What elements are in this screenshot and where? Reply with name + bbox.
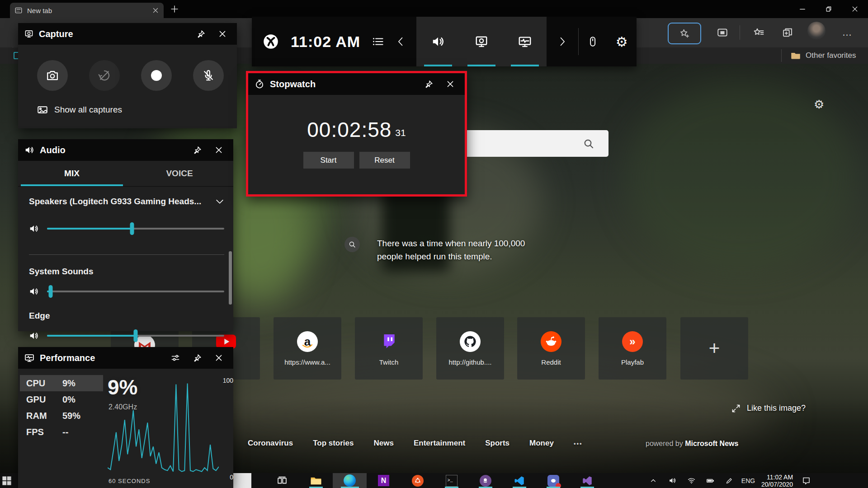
- edge-browser-icon[interactable]: [333, 473, 367, 488]
- scrollbar[interactable]: [229, 251, 232, 305]
- slider-track[interactable]: [47, 291, 224, 292]
- profile-avatar[interactable]: [807, 22, 826, 40]
- browser-tab[interactable]: New tab: [10, 3, 164, 18]
- pin-icon[interactable]: [189, 350, 205, 366]
- axis-min-label: 0: [230, 474, 233, 481]
- screenshot-button[interactable]: [37, 60, 68, 91]
- news-item-entertainment[interactable]: Entertainment: [414, 439, 465, 448]
- xbox-logo-icon[interactable]: [263, 33, 279, 50]
- microsoft-news-link[interactable]: Microsoft News: [685, 440, 738, 447]
- cpu-big-value: 9%: [108, 375, 137, 399]
- image-info-bubble[interactable]: [344, 237, 360, 252]
- tray-speaker-icon[interactable]: [663, 473, 682, 488]
- record-last-30s-button-disabled[interactable]: [89, 60, 120, 91]
- other-favorites-button[interactable]: Other favorites: [790, 50, 856, 61]
- capture-widget-button[interactable]: [460, 17, 503, 66]
- add-quick-link-tile[interactable]: +: [680, 317, 748, 380]
- device-row-header[interactable]: Speakers (Logitech G933 Gaming Heads...: [29, 197, 224, 206]
- tray-network-icon[interactable]: [682, 473, 701, 488]
- file-explorer-icon[interactable]: [299, 473, 333, 488]
- start-button[interactable]: Start: [303, 152, 354, 169]
- tray-chevron-up-icon[interactable]: [644, 473, 663, 488]
- stat-row-ram[interactable]: RAM 59%: [20, 408, 103, 424]
- add-favorite-button[interactable]: [668, 23, 701, 44]
- discord-icon[interactable]: [536, 473, 570, 488]
- tab-voice[interactable]: VOICE: [126, 161, 233, 186]
- minimize-button[interactable]: [789, 0, 816, 18]
- favorites-button[interactable]: [750, 23, 768, 42]
- ubuntu-icon[interactable]: [401, 473, 434, 488]
- show-all-captures-button[interactable]: Show all captures: [37, 104, 237, 115]
- news-item-news[interactable]: News: [374, 439, 394, 448]
- page-settings-gear-icon[interactable]: ⚙: [814, 98, 824, 111]
- visual-studio-icon[interactable]: [570, 473, 604, 488]
- task-view-button[interactable]: [265, 473, 299, 488]
- close-window-button[interactable]: [842, 0, 868, 18]
- close-icon[interactable]: [442, 76, 458, 92]
- new-tab-button[interactable]: [170, 5, 179, 14]
- news-more-button[interactable]: •••: [574, 440, 583, 447]
- gamebar-settings-gear-icon[interactable]: ⚙: [607, 17, 637, 66]
- volume-slider-edge[interactable]: [29, 331, 224, 341]
- slider-track[interactable]: [47, 335, 224, 337]
- widget-menu-icon[interactable]: [372, 36, 384, 47]
- stopwatch-titlebar: Stopwatch: [248, 73, 465, 95]
- browser-menu-button[interactable]: …: [838, 23, 856, 42]
- chevron-left-icon[interactable]: [396, 37, 406, 47]
- slider-fill: [47, 335, 136, 337]
- close-icon[interactable]: [214, 26, 231, 42]
- tab-close-icon[interactable]: [152, 7, 159, 14]
- tray-battery-icon[interactable]: [701, 473, 720, 488]
- mic-toggle-button[interactable]: [193, 60, 224, 91]
- news-item-top-stories[interactable]: Top stories: [313, 439, 354, 448]
- stat-row-gpu[interactable]: GPU 0%: [20, 391, 103, 408]
- quick-link-playfab[interactable]: » Playfab: [599, 317, 666, 380]
- news-item-coronavirus[interactable]: Coronavirus: [248, 439, 293, 448]
- terminal-icon[interactable]: >_: [434, 473, 468, 488]
- quick-link-reddit[interactable]: Reddit: [517, 317, 585, 380]
- collections-button[interactable]: [778, 23, 797, 42]
- slider-handle[interactable]: [130, 222, 134, 235]
- performance-widget-button[interactable]: [503, 17, 547, 66]
- start-recording-button[interactable]: [141, 60, 172, 91]
- slider-handle[interactable]: [48, 285, 52, 298]
- mouse-click-through-button[interactable]: [579, 17, 607, 66]
- start-button[interactable]: [2, 476, 12, 486]
- quick-link-amazon[interactable]: a https://www.a...: [274, 317, 341, 380]
- stat-row-fps[interactable]: FPS --: [20, 424, 103, 440]
- performance-options-icon[interactable]: [167, 350, 184, 366]
- taskbar-clock[interactable]: 11:02 AM 20/07/2020: [758, 474, 797, 488]
- onenote-icon[interactable]: N: [367, 473, 401, 488]
- close-icon[interactable]: [211, 350, 227, 366]
- chevron-right-icon[interactable]: [547, 17, 578, 66]
- vscode-icon[interactable]: [502, 473, 536, 488]
- web-capture-button[interactable]: [713, 23, 731, 42]
- stat-row-cpu[interactable]: CPU 9%: [20, 375, 103, 391]
- close-icon[interactable]: [211, 142, 227, 158]
- audio-widget-button[interactable]: [416, 17, 460, 66]
- pin-icon[interactable]: [189, 142, 205, 158]
- tab-mix[interactable]: MIX: [18, 161, 126, 186]
- chevron-down-icon[interactable]: [215, 197, 224, 206]
- restore-button[interactable]: [816, 0, 842, 18]
- slider-handle[interactable]: [134, 329, 138, 342]
- volume-slider-system[interactable]: [29, 286, 224, 296]
- pin-icon[interactable]: [193, 26, 209, 42]
- powered-by: powered by Microsoft News: [646, 440, 738, 448]
- reset-button[interactable]: Reset: [359, 152, 410, 169]
- gitkraken-icon[interactable]: [468, 473, 502, 488]
- news-item-sports[interactable]: Sports: [485, 439, 509, 448]
- quick-link-twitch[interactable]: Twitch: [355, 317, 423, 380]
- news-item-money[interactable]: Money: [529, 439, 554, 448]
- volume-slider-speakers[interactable]: [29, 224, 224, 234]
- like-this-image[interactable]: Like this image?: [731, 404, 806, 413]
- slider-track[interactable]: [47, 228, 224, 230]
- action-center-icon[interactable]: [797, 473, 816, 488]
- perf-stats-column: CPU 9% GPU 0% RAM 59% FPS --: [20, 375, 103, 488]
- reddit-icon: [541, 331, 561, 352]
- gamebar-clock: 11:02 AM: [291, 33, 360, 51]
- quick-link-github[interactable]: http://github....: [436, 317, 504, 380]
- pin-icon[interactable]: [420, 76, 437, 92]
- language-indicator[interactable]: ENG: [739, 473, 758, 488]
- tray-pen-icon[interactable]: [720, 473, 739, 488]
